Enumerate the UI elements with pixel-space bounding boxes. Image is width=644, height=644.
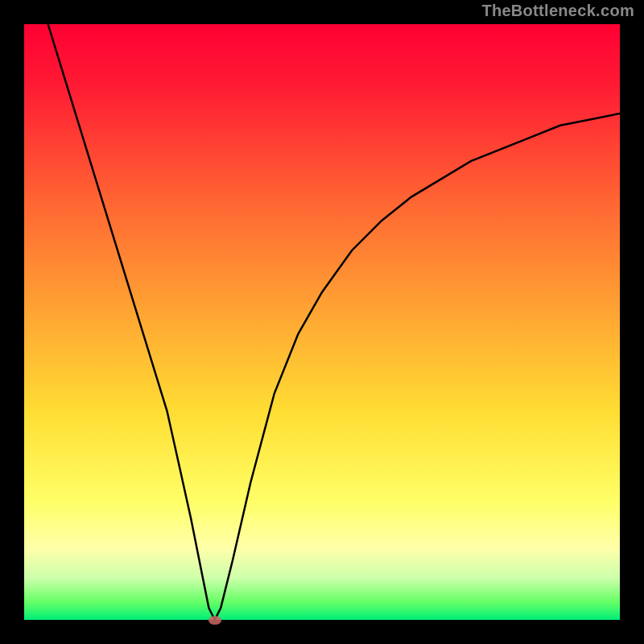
chart-curve-svg bbox=[24, 24, 620, 620]
bottleneck-curve-path bbox=[48, 24, 620, 620]
watermark-text: TheBottleneck.com bbox=[481, 2, 634, 20]
minimum-marker bbox=[208, 616, 221, 625]
